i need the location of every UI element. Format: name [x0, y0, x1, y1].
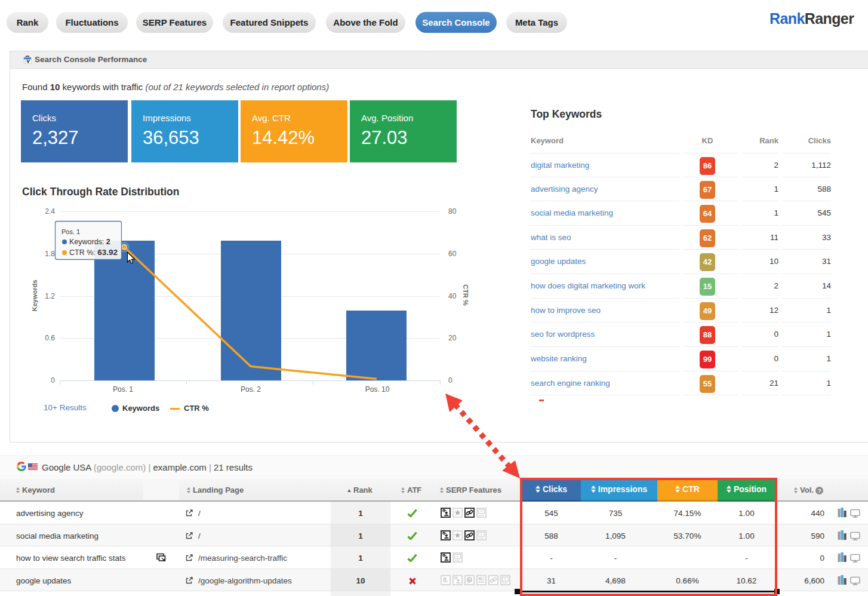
svg-text:?: ? [468, 577, 471, 583]
svg-text:CTR %: 63.92: CTR %: 63.92 [69, 248, 118, 257]
svg-text:Pos. 1: Pos. 1 [61, 228, 80, 235]
svg-text:0.: 0. [443, 577, 448, 583]
svg-text:Keywords: 2: Keywords: 2 [69, 238, 110, 246]
